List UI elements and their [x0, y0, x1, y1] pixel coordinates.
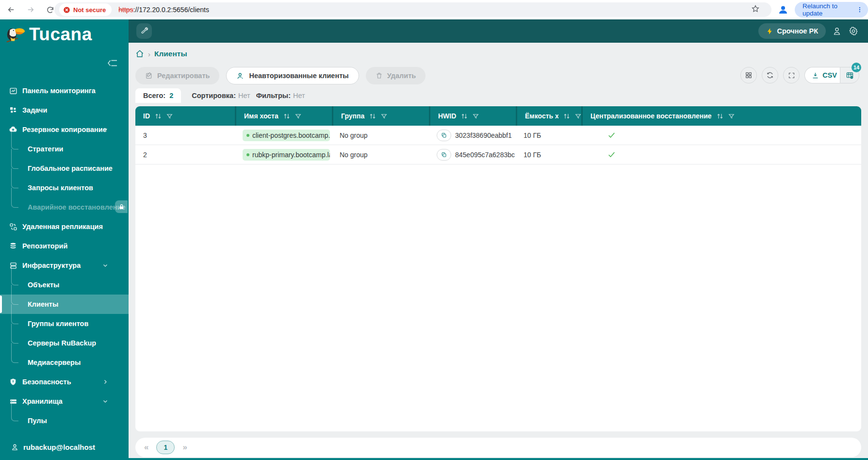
csv-cluster: CSV 14: [804, 67, 859, 83]
expand-icon: [788, 72, 795, 79]
filter-icon[interactable]: [295, 113, 301, 119]
copy-hwid-button[interactable]: [437, 130, 451, 141]
sort-icon[interactable]: [155, 113, 162, 119]
fullscreen-button[interactable]: [783, 67, 800, 83]
account-button[interactable]: [831, 25, 843, 37]
table-header: ID Имя хоста Группа HWID Ёмкость хранили: [135, 106, 861, 126]
bottom-strip: [0, 458, 868, 460]
urgent-backup-button[interactable]: Срочное РК: [758, 23, 826, 39]
sort-icon[interactable]: [461, 113, 468, 119]
download-icon: [812, 72, 819, 79]
sidebar-item-disaster-recovery[interactable]: Аварийное восстановление: [0, 197, 129, 217]
sidebar-item-rubackup-servers[interactable]: Серверы RuBackup: [0, 333, 129, 353]
filter-icon[interactable]: [728, 113, 735, 119]
sidebar-item-tasks[interactable]: Задачи: [0, 100, 129, 120]
column-header-hwid[interactable]: HWID: [429, 106, 516, 126]
cell-hwid: 845e095c7a6283bc: [429, 149, 516, 161]
sort-icon[interactable]: [369, 113, 376, 119]
breadcrumb-current[interactable]: Клиенты: [154, 49, 187, 58]
sidebar-item-storages[interactable]: Хранилища: [0, 392, 129, 411]
table-row[interactable]: 2 rubkp-primary.bootcamp.la No group 845…: [135, 145, 861, 164]
cell-hwid: 3023f38690eabbf1: [429, 130, 516, 141]
pagination-next-button[interactable]: »: [182, 443, 187, 452]
edit-button[interactable]: Редактировать: [135, 67, 219, 84]
sidebar-item-label: Задачи: [22, 106, 47, 114]
relaunch-label: Relaunch to update: [802, 2, 852, 17]
filter-icon[interactable]: [381, 113, 387, 119]
sort-icon[interactable]: [717, 113, 723, 119]
sidebar-item-label: Группы клиентов: [28, 320, 88, 328]
unauthorized-clients-label: Неавторизованные клиенты: [249, 72, 348, 80]
layout-grid-button[interactable]: [740, 67, 757, 83]
delete-button[interactable]: Удалить: [366, 67, 426, 84]
cell-id: 3: [135, 131, 235, 139]
not-secure-chip[interactable]: Not secure: [59, 3, 112, 16]
sidebar-item-remote-replication[interactable]: Удаленная репликация: [0, 217, 129, 236]
sidebar-item-label: Аварийное восстановление: [28, 203, 126, 211]
column-label: Группа: [341, 112, 364, 120]
hostname-text: client-postgres.bootcamp.l: [252, 131, 330, 139]
copy-icon: [441, 152, 447, 158]
app-title: Tucana: [29, 24, 92, 45]
sidebar-item-media-servers[interactable]: Медиасерверы: [0, 353, 129, 372]
column-header-id[interactable]: ID: [135, 106, 235, 126]
sidebar-item-client-requests[interactable]: Запросы клиентов: [0, 178, 129, 197]
refresh-button[interactable]: [762, 67, 778, 83]
browser-menu-dots-icon[interactable]: [856, 6, 863, 14]
sidebar-item-objects[interactable]: Объекты: [0, 275, 129, 295]
sidebar-item-client-groups[interactable]: Группы клиентов: [0, 314, 129, 333]
sort-icon[interactable]: [283, 113, 290, 119]
column-header-capacity[interactable]: Ёмкость хранилищ: [516, 106, 581, 126]
online-status-dot: [246, 153, 249, 156]
sidebar-item-backup[interactable]: Резервное копирование: [0, 120, 129, 139]
relaunch-to-update-button[interactable]: Relaunch to update: [795, 2, 868, 17]
browser-profile-avatar[interactable]: [777, 3, 789, 16]
sidebar-item-label: Серверы RuBackup: [28, 339, 96, 347]
column-header-hostname[interactable]: Имя хоста: [235, 106, 332, 126]
hostname-pill[interactable]: rubkp-primary.bootcamp.la: [243, 149, 330, 161]
sidebar-user-account[interactable]: rubackup@localhost: [0, 439, 129, 455]
sort-icon[interactable]: [563, 113, 570, 119]
online-status-dot: [246, 134, 249, 137]
column-header-centralized-recovery[interactable]: Централизованное восстановление: [581, 106, 861, 126]
sidebar-item-clients[interactable]: Клиенты: [0, 295, 129, 314]
browser-chrome: Not secure https://172.20.0.2:5656/clien…: [0, 0, 868, 19]
sidebar-item-strategies[interactable]: Стратегии: [0, 139, 129, 159]
toolbar: Редактировать Неавторизованные клиенты У…: [135, 67, 861, 84]
sidebar-item-infrastructure[interactable]: Инфраструктура: [0, 256, 129, 275]
sidebar-item-dashboard[interactable]: Панель мониторинга: [0, 81, 129, 100]
profile-person-icon: [777, 4, 789, 16]
table-row[interactable]: 3 client-postgres.bootcamp.l No group 30…: [135, 126, 861, 145]
sidebar-item-label: Безопасность: [22, 378, 71, 386]
sidebar-collapse-button[interactable]: [106, 57, 119, 69]
url-rest: ://172.20.0.2:5656/clients: [133, 6, 209, 14]
unauthorized-clients-button[interactable]: Неавторизованные клиенты: [226, 67, 359, 84]
filter-icon[interactable]: [575, 113, 581, 119]
home-icon[interactable]: [135, 49, 144, 58]
column-header-group[interactable]: Группа: [332, 106, 429, 126]
sidebar-item-label: Клиенты: [28, 300, 58, 308]
unauthorized-person-icon: [236, 72, 245, 80]
sidebar-item-repository[interactable]: Репозиторий: [0, 236, 129, 256]
browser-back-button[interactable]: [3, 1, 19, 18]
filters-label: Фильтры:: [256, 92, 291, 99]
pagination-page-1[interactable]: 1: [156, 441, 175, 454]
address-bar[interactable]: Not secure https://172.20.0.2:5656/clien…: [54, 2, 771, 17]
bookmark-star-icon[interactable]: [751, 4, 760, 15]
tools-button[interactable]: [136, 23, 152, 39]
hostname-pill[interactable]: client-postgres.bootcamp.l: [243, 130, 330, 141]
app-topbar: Срочное РК: [129, 19, 868, 43]
sidebar-item-security[interactable]: Безопасность: [0, 372, 129, 392]
sidebar-item-global-schedule[interactable]: Глобальное расписание: [0, 159, 129, 178]
copy-hwid-button[interactable]: [437, 149, 451, 161]
url-scheme: https: [118, 6, 133, 14]
browser-forward-button[interactable]: [22, 1, 39, 18]
export-csv-button[interactable]: CSV: [804, 67, 840, 83]
settings-button[interactable]: [848, 25, 859, 37]
filter-icon[interactable]: [166, 113, 173, 119]
sidebar-item-pools[interactable]: Пулы: [0, 411, 129, 430]
sidebar-item-label: Медиасерверы: [28, 359, 81, 366]
wrench-icon: [140, 27, 148, 35]
pagination-prev-button[interactable]: «: [144, 443, 148, 452]
filter-icon[interactable]: [473, 113, 479, 119]
